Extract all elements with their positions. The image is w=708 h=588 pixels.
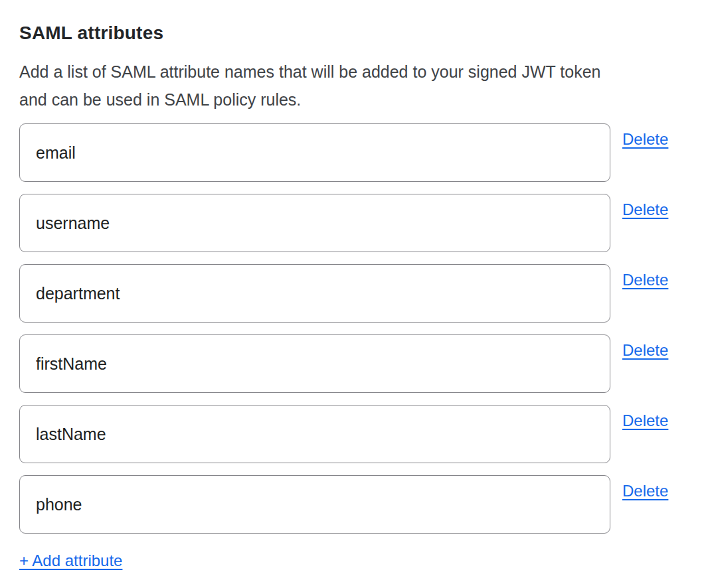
description-line-2: and can be used in SAML policy rules. (19, 90, 301, 109)
page-title: SAML attributes (19, 22, 679, 44)
attribute-input-phone[interactable] (19, 475, 610, 534)
attribute-input-username[interactable] (19, 194, 610, 252)
attribute-row: Delete (19, 334, 679, 393)
saml-attributes-section: SAML attributes Add a list of SAML attri… (0, 0, 708, 571)
attribute-input-department[interactable] (19, 264, 610, 323)
delete-attribute-link[interactable]: Delete (622, 340, 679, 360)
delete-attribute-link[interactable]: Delete (622, 129, 679, 149)
attribute-row: Delete (19, 264, 679, 323)
delete-attribute-link[interactable]: Delete (622, 200, 679, 220)
attribute-row: Delete (19, 123, 679, 182)
add-attribute-link[interactable]: + Add attribute (19, 551, 122, 571)
attribute-input-firstname[interactable] (19, 334, 610, 393)
delete-attribute-link[interactable]: Delete (622, 481, 679, 501)
description-line-1: Add a list of SAML attribute names that … (19, 62, 600, 81)
attribute-row: Delete (19, 405, 679, 463)
delete-attribute-link[interactable]: Delete (622, 411, 679, 431)
attribute-input-email[interactable] (19, 123, 610, 182)
attribute-input-lastname[interactable] (19, 405, 610, 463)
delete-attribute-link[interactable]: Delete (622, 270, 679, 290)
attribute-row: Delete (19, 475, 679, 534)
section-description: Add a list of SAML attribute names that … (19, 58, 679, 113)
attribute-row: Delete (19, 194, 679, 252)
